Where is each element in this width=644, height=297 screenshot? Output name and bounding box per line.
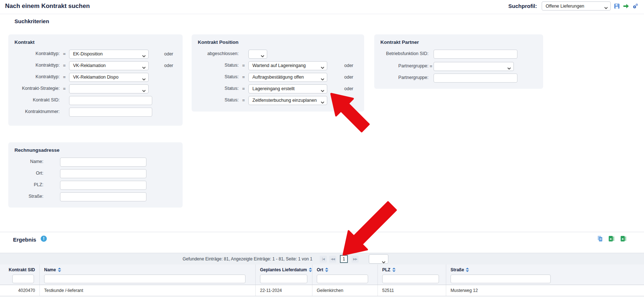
status-select-3[interactable]: Lagereingang erstellt [248, 84, 327, 93]
pager-next-button[interactable]: ▶▶ [351, 256, 359, 263]
panel-kontrakt-position-title: Kontrakt Position [198, 39, 358, 45]
column-header-plz[interactable]: PLZ [382, 267, 396, 272]
select-value: Zeitfensterbuchung einzuplanen [252, 98, 317, 103]
page-title: Nach einem Kontrakt suchen [5, 3, 90, 10]
kontrakttyp-select-3[interactable]: VK-Reklamation Dispo [69, 73, 149, 82]
field-label: Status: [198, 97, 239, 103]
field-label: Status: [198, 74, 239, 80]
save-profile-icon[interactable] [614, 3, 620, 9]
filter-strasse-input[interactable] [451, 275, 551, 283]
pager-current-page[interactable]: 1 [340, 255, 348, 263]
filter-lieferdatum-input[interactable] [260, 275, 307, 283]
cell-lieferdatum: 22-11-2024 [256, 285, 312, 296]
field-label: Ort: [14, 171, 43, 176]
chevron-down-icon [142, 76, 146, 81]
operator-equals: = [239, 75, 248, 80]
filter-kontrakt-sid-input[interactable] [12, 275, 34, 283]
filter-ort-input[interactable] [317, 275, 368, 283]
status-select-1[interactable]: Wartend auf Lagereingang [248, 61, 327, 70]
search-profile-select[interactable]: Offene Lieferungen [542, 1, 611, 11]
operator-equals: = [60, 75, 69, 80]
panel-kontrakt-title: Kontrakt [14, 39, 176, 45]
partnergruppe-select[interactable] [434, 62, 514, 71]
filter-name-input[interactable] [44, 275, 246, 283]
chevron-down-icon [321, 65, 324, 70]
column-header-strasse[interactable]: Straße [451, 267, 469, 272]
column-header-kontrakt-sid[interactable]: Kontrakt SID [9, 267, 35, 272]
rechnung-name-input[interactable] [60, 158, 146, 167]
operator-equals: = [60, 51, 69, 57]
kontrakt-strategie-select[interactable] [69, 84, 149, 93]
field-label: Kontrakttyp: [14, 51, 60, 57]
field-label: Name: [14, 159, 43, 165]
abgeschlossen-select[interactable] [248, 50, 267, 59]
search-profile-label: Suchprofil: [508, 3, 537, 9]
operator-equals: = [239, 98, 248, 103]
select-value: VK-Reklamation [73, 63, 106, 68]
operator-equals: = [60, 86, 69, 91]
pager-first-button[interactable]: |◀ [320, 256, 327, 263]
sort-icon [309, 268, 312, 272]
chevron-down-icon [142, 88, 146, 93]
kontraktnummer-input[interactable] [69, 108, 152, 117]
partnergruppe-input[interactable] [434, 74, 517, 83]
operator-equals: = [428, 64, 434, 69]
rechnung-strasse-input[interactable] [60, 192, 146, 201]
field-label: Status: [198, 63, 239, 68]
betriebsfunktion-sid-input[interactable] [434, 50, 517, 59]
apply-profile-arrow-icon[interactable] [623, 4, 629, 9]
cell-name: Testkunde /-lieferant [40, 285, 256, 296]
kontrakttyp-select-2[interactable]: VK-Reklamation [69, 61, 149, 70]
oder-label: oder [344, 75, 353, 80]
page-size-select[interactable] [369, 254, 388, 264]
svg-text:!: ! [43, 236, 44, 241]
chevron-down-icon [604, 5, 608, 10]
field-label: Kontrakttyp: [14, 74, 60, 80]
field-label: Kontrakttyp: [14, 63, 60, 68]
panel-rechnungsadresse: Rechnungsadresse Name: Ort: PLZ: Straße: [8, 142, 183, 208]
column-header-name[interactable]: Name [44, 267, 61, 272]
copy-export-icon[interactable] [597, 235, 603, 243]
excel-export-icon[interactable]: X [609, 236, 615, 243]
annotation-arrow-ort-cell [344, 202, 396, 255]
kontrakttyp-select-1[interactable]: EK-Disposition [69, 50, 149, 59]
sort-icon [466, 268, 469, 272]
suchkriterien-title: Suchkriterien [14, 18, 49, 24]
rechnung-ort-input[interactable] [60, 169, 146, 178]
ergebnis-title: Ergebnis [13, 237, 36, 243]
table-row[interactable]: 4020470 Testkunde /-lieferant 22-11-2024… [0, 285, 644, 296]
field-label: Kontraktnummer: [14, 109, 60, 115]
panel-kontrakt-partner-title: Kontrakt Partner [380, 39, 537, 45]
search-profile-group: Suchprofil: Offene Lieferungen [508, 1, 638, 11]
gears-icon[interactable] [632, 3, 638, 9]
field-label: PLZ: [14, 182, 43, 188]
select-value: VK-Reklamation Dispo [73, 75, 119, 80]
excel-export-all-icon[interactable]: X [620, 236, 627, 243]
column-header-lieferdatum[interactable]: Geplantes Lieferdatum [260, 267, 312, 272]
filter-plz-input[interactable] [382, 275, 439, 283]
sort-icon [58, 268, 61, 272]
chevron-down-icon [321, 100, 324, 105]
chevron-down-icon [142, 65, 146, 70]
search-profile-value: Offene Lieferungen [546, 4, 584, 9]
cell-kontrakt-sid: 4020470 [0, 285, 40, 296]
status-select-2[interactable]: Auftragsbestätigung offen [248, 73, 327, 82]
cell-ort: Geilenkirchen [312, 285, 378, 296]
pager-prev-button[interactable]: ◀◀ [329, 256, 336, 263]
rechnung-plz-input[interactable] [60, 181, 146, 190]
kontrakt-sid-input[interactable] [69, 96, 152, 105]
field-label: Kontrakt SID: [14, 97, 60, 103]
status-select-4[interactable]: Zeitfensterbuchung einzuplanen [248, 96, 327, 105]
sort-icon [325, 268, 328, 272]
panel-kontrakt-partner: Kontrakt Partner Betriebsfunktion SID: P… [374, 34, 543, 89]
field-label: Betriebsfunktion SID: [380, 51, 428, 57]
info-icon[interactable]: ! [40, 235, 47, 243]
column-header-ort[interactable]: Ort [317, 267, 328, 272]
chevron-down-icon [321, 88, 324, 93]
field-label: Straße: [14, 194, 43, 200]
field-label: Partnergruppe: [380, 63, 428, 69]
chevron-down-icon [507, 66, 511, 71]
panel-kontrakt: Kontrakt Kontrakttyp: = EK-Disposition o… [8, 34, 183, 126]
field-label: Kontrakt-Strategie: [14, 86, 60, 92]
oder-label: oder [344, 63, 353, 68]
